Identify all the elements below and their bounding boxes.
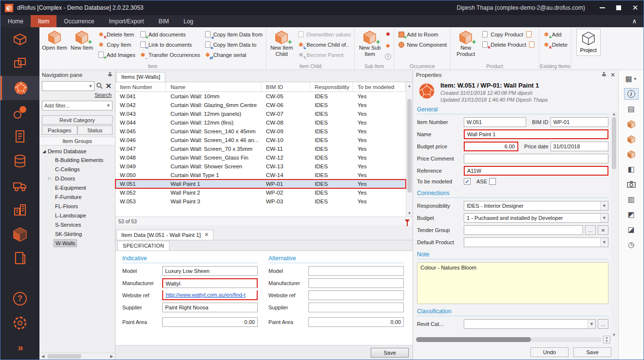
tree-item-f-furniture[interactable]: F-Furniture — [40, 192, 114, 201]
new-component-button[interactable]: New Component — [397, 40, 448, 49]
new-sub-item-button[interactable]: + New Sub Item — [357, 29, 382, 57]
budget-dropdown[interactable]: 1 - Puchased and installed by Developer▼ — [464, 213, 608, 223]
column-responsibility[interactable]: Responsibility — [310, 82, 353, 91]
table-row[interactable]: W.046Curtain Wall: Screen_140 x 46 an...… — [115, 136, 406, 144]
pin-icon[interactable] — [602, 72, 606, 78]
sub-item-warning-icon[interactable]: ◆ — [384, 42, 391, 49]
buildings-icon[interactable] — [0, 198, 39, 222]
become-child-of-button[interactable]: ↳Become Child of.. — [296, 40, 352, 49]
scroll-up-icon[interactable]: ▲ — [611, 112, 618, 116]
add-documents-button[interactable]: +Add documents — [138, 30, 201, 39]
scroll-left-icon[interactable]: ◀ — [39, 354, 46, 359]
delete-product-button[interactable]: ×Delete Product — [480, 40, 536, 49]
change-serial-button[interactable]: ⇄Change serial — [203, 50, 264, 59]
project-button[interactable]: Project — [576, 29, 601, 56]
column-name[interactable]: Name — [166, 82, 262, 91]
new-product-button[interactable]: + New Product — [453, 29, 478, 57]
classification-browse-button[interactable]: … — [598, 319, 608, 329]
items-tab[interactable]: Items [W-Walls] — [116, 72, 165, 82]
table-row[interactable]: W.045Curtain Wall: Screen_140 x 45mmCW-0… — [115, 127, 406, 136]
transfer-occurrences-button[interactable]: →Transfer Occurrences — [138, 50, 201, 59]
table-row[interactable]: W.050Curtain Wall Type 1CW-14IDESYes — [115, 171, 406, 180]
items-vertical-scrollbar[interactable]: ▲ ▼ — [406, 82, 413, 216]
tree-item-sk-skirting[interactable]: SK-Skirting — [40, 229, 114, 238]
column-to-be-modeled[interactable]: To be modeled — [353, 82, 406, 91]
add-filter-dropdown[interactable]: Add filter...▼ — [42, 101, 113, 110]
tree-item-fl-floors[interactable]: FL-Floors — [40, 201, 114, 211]
link-to-documents-button[interactable]: ∞Link to documents — [138, 40, 201, 49]
specification-tab[interactable]: SPECIFICATION — [117, 241, 170, 251]
bim-id-field[interactable]: WP-01 — [550, 117, 608, 127]
indicative-supplier-field[interactable]: Paint Right Noosa — [162, 303, 258, 312]
nav-horizontal-scrollbar[interactable]: ◀ ▶ — [39, 353, 115, 360]
settings-icon[interactable] — [0, 311, 39, 335]
copy-product-button[interactable]: Copy Product — [480, 30, 536, 39]
existing-delete-button[interactable]: ×Delete — [542, 40, 568, 49]
rooms-icon[interactable] — [0, 27, 39, 52]
responsibility-dropdown[interactable]: IDES - Interior Designer▼ — [464, 201, 608, 211]
copy-item-data-to-button[interactable]: ▸Copy Item Data to — [203, 40, 264, 49]
table-row[interactable]: W.044Curtain Wall: 12mm (fins)CW-08IDESY… — [115, 118, 406, 127]
add-images-button[interactable]: +Add Images — [96, 50, 136, 59]
expander-icon[interactable]: ◢ — [42, 149, 46, 154]
indicative-paint-area-field[interactable]: 0.00 — [162, 317, 258, 327]
table-row[interactable]: W.048Curtain Wall: Screen_Glass FinCW-12… — [115, 153, 406, 162]
info-panel-icon[interactable]: i — [624, 88, 639, 100]
tree-item-c-ceilings[interactable]: C-Ceilings — [40, 164, 114, 174]
copy-item-data-from-button[interactable]: ◂Copy Item Data from — [203, 30, 264, 39]
price-comment-field[interactable] — [464, 154, 608, 163]
column-bim-id[interactable]: BIM ID — [262, 82, 310, 91]
search-input[interactable]: ▼ — [42, 81, 95, 91]
add-to-room-button[interactable]: +Add to Room — [397, 30, 448, 39]
tree-item-d-doors[interactable]: ▷D-Doors — [40, 174, 114, 183]
item-number-field[interactable]: W.051 — [464, 117, 526, 127]
revit-category-button[interactable]: Revit Category — [42, 115, 113, 125]
finance-icon[interactable] — [0, 149, 39, 173]
chevron-down-icon[interactable]: ▼ — [87, 82, 94, 90]
filter-icon[interactable] — [405, 219, 410, 223]
scroll-right-icon[interactable]: ▶ — [108, 354, 115, 359]
classification-panel-icon[interactable]: ◪ — [624, 224, 639, 235]
tree-item-s-services[interactable]: S-Services — [40, 220, 114, 229]
table-row[interactable]: W.047Curtain Wall: Screen_70 x 35mmCW-11… — [115, 144, 406, 153]
reference-field[interactable]: A11W — [464, 166, 608, 176]
scroll-up-icon[interactable]: ▲ — [406, 82, 413, 89]
close-panel-icon[interactable]: ✕ — [610, 72, 615, 78]
menu-tab-occurrence[interactable]: Occurrence — [57, 15, 101, 27]
sub-item-info-icon[interactable]: i — [384, 53, 391, 60]
tender-group-field[interactable] — [464, 225, 583, 235]
product-data-to-icon[interactable] — [528, 41, 535, 48]
pin-icon[interactable] — [108, 72, 113, 78]
alternative-paint-area-field[interactable]: 0.00 — [308, 317, 404, 327]
items-panel-icon[interactable] — [624, 118, 639, 130]
menu-tab-bim[interactable]: BIM — [151, 15, 176, 27]
to-be-modeled-checkbox[interactable]: ✓ — [464, 178, 471, 185]
table-row[interactable]: W.052Wall Paint 2WP-02IDESYes — [115, 188, 406, 197]
item-data-save-button[interactable]: Save — [371, 348, 409, 358]
reports-icon[interactable] — [0, 246, 39, 270]
properties-save-button[interactable]: Save — [573, 347, 611, 357]
table-row[interactable]: W.053Wall Paint 3WP-03IDESYes — [115, 197, 406, 206]
alternative-website-ref-field[interactable] — [308, 290, 404, 300]
properties-vertical-scrollbar[interactable]: ▲ ▼ — [611, 112, 617, 337]
table-row[interactable]: W.051Wall Paint 1WP-01IDESYes — [115, 180, 406, 188]
alternative-model-field[interactable] — [308, 266, 404, 276]
tender-group-clear-button[interactable]: ✕ — [598, 225, 608, 235]
open-item-button[interactable]: Open Item — [42, 29, 67, 51]
alternative-manufacturer-field[interactable] — [308, 278, 404, 288]
search-link[interactable]: Search — [39, 91, 115, 99]
minimize-button[interactable] — [594, 0, 610, 15]
default-product-dropdown[interactable]: ▼ — [464, 237, 608, 247]
help-icon[interactable]: ? — [0, 287, 39, 311]
close-tab-icon[interactable]: ✕ — [204, 232, 208, 238]
copy-product-data-icon[interactable] — [525, 31, 532, 38]
expand-icon[interactable]: » — [0, 335, 39, 360]
product-data-panel-icon[interactable]: ◧ — [624, 163, 639, 175]
table-row[interactable]: W.049Curtain Wall: Shower ScreenCW-13IDE… — [115, 162, 406, 171]
occurrence-panel-icon[interactable] — [624, 133, 639, 145]
classification-dropdown[interactable]: ▼ — [464, 319, 596, 329]
scroll-corner-control[interactable]: ▲▼ — [603, 336, 610, 343]
menu-tab-home[interactable]: Home — [0, 15, 31, 27]
room-data-icon[interactable] — [0, 52, 39, 76]
tree-item-l-landscape[interactable]: L-Landscape — [40, 211, 114, 220]
